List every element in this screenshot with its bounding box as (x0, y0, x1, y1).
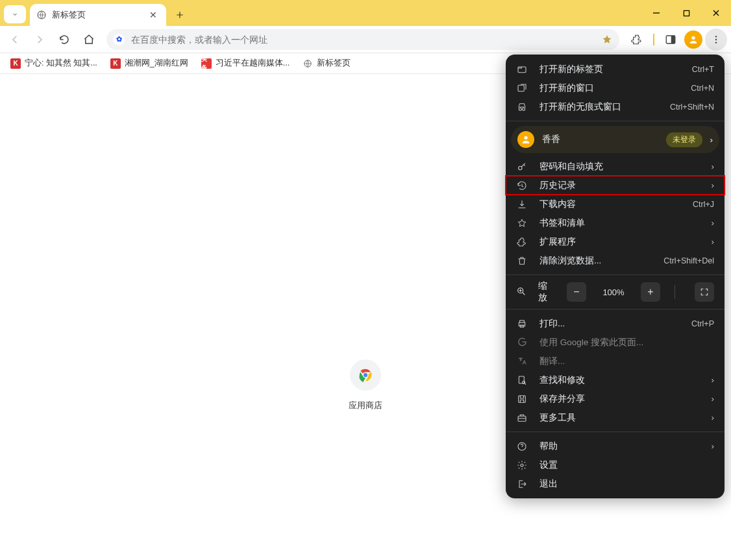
menu-print[interactable]: 打印... Ctrl+P (506, 314, 725, 333)
tab-label: 新标签页 (52, 10, 147, 21)
menu-label: 书签和清单 (539, 217, 696, 229)
close-window-button[interactable] (701, 0, 731, 26)
site-icon: K (110, 58, 121, 69)
svg-point-17 (519, 166, 522, 169)
sidepanel-icon (665, 34, 676, 45)
zoom-out-button[interactable]: − (567, 282, 586, 302)
tab-newtab[interactable]: 新标签页 ✕ (30, 4, 166, 26)
svg-rect-13 (518, 85, 524, 91)
print-icon (516, 318, 528, 330)
fullscreen-button[interactable] (695, 282, 714, 302)
back-button[interactable] (4, 29, 26, 51)
svg-rect-23 (518, 416, 526, 421)
tab-icon (516, 64, 528, 75)
menu-settings[interactable]: 设置 (506, 456, 725, 474)
menu-profile[interactable]: 香香 未登录 › (511, 126, 719, 153)
puzzle-icon (516, 236, 528, 248)
menu-exit[interactable]: 退出 (506, 474, 725, 493)
toolbox-icon (516, 412, 528, 424)
menu-label: 下载内容 (539, 199, 681, 210)
globe-icon (36, 10, 47, 20)
chevron-down-icon (11, 10, 19, 18)
star-icon (516, 217, 528, 229)
menu-google-search: 使用 Google 搜索此页面... (506, 333, 725, 352)
menu-history[interactable]: 历史记录 › (506, 176, 725, 195)
chevron-right-icon: › (712, 441, 715, 451)
menu-downloads[interactable]: 下载内容 Ctrl+J (506, 195, 725, 213)
tab-search-button[interactable] (4, 5, 26, 23)
maximize-button[interactable] (671, 0, 701, 26)
minimize-button[interactable] (641, 0, 671, 26)
profile-name: 香香 (542, 134, 658, 145)
menu-new-tab[interactable]: 打开新的标签页 Ctrl+T (506, 60, 725, 79)
sidepanel-button[interactable] (660, 29, 682, 51)
reload-button[interactable] (53, 29, 75, 51)
person-icon (688, 34, 699, 45)
trash-icon (516, 255, 528, 267)
bookmark-item-4[interactable]: 新标签页 (297, 56, 356, 71)
url-input[interactable] (131, 34, 601, 45)
forward-button[interactable] (29, 29, 51, 51)
key-icon (516, 161, 528, 173)
document-search-icon (516, 374, 528, 386)
save-icon (516, 393, 528, 405)
menu-more-tools[interactable]: 更多工具 › (506, 408, 725, 427)
exit-icon (516, 478, 528, 490)
reload-icon (58, 34, 70, 45)
chrome-icon (358, 368, 373, 382)
menu-label: 更多工具 (539, 412, 696, 424)
menu-label: 查找和修改 (539, 374, 696, 386)
menu-shortcut: Ctrl+J (693, 200, 714, 209)
webstore-tile[interactable]: 应用商店 (349, 359, 382, 411)
chevron-right-icon: › (712, 162, 715, 171)
tile-label: 应用商店 (349, 400, 382, 411)
menu-label: 历史记录 (539, 180, 696, 191)
menu-button[interactable] (705, 29, 727, 51)
address-bar[interactable]: ✿ (106, 29, 619, 50)
tab-close-button[interactable]: ✕ (147, 10, 160, 20)
bookmark-item-1[interactable]: K宁心: 知其然 知其... (5, 56, 103, 71)
download-icon (516, 199, 528, 210)
separator (675, 285, 675, 299)
zoom-in-button[interactable]: + (641, 282, 660, 302)
menu-label: 翻译... (539, 356, 714, 367)
menu-new-window[interactable]: 打开新的窗口 Ctrl+N (506, 79, 725, 97)
home-icon (83, 34, 95, 45)
menu-shortcut: Ctrl+T (692, 65, 714, 74)
menu-shortcut: Ctrl+Shift+N (670, 103, 714, 112)
svg-point-16 (524, 136, 527, 140)
menu-save-share[interactable]: 保存并分享 › (506, 389, 725, 408)
menu-extensions[interactable]: 扩展程序 › (506, 232, 725, 251)
bookmark-item-2[interactable]: K湘潮网_湖南红网 (105, 56, 193, 71)
menu-shortcut: Ctrl+Shift+Del (663, 256, 714, 265)
svg-point-25 (521, 464, 523, 467)
arrow-right-icon (34, 34, 45, 45)
menu-passwords[interactable]: 密码和自动填充 › (506, 157, 725, 176)
menu-label: 打开新的窗口 (539, 82, 679, 94)
svg-rect-1 (684, 10, 689, 16)
main-menu: 打开新的标签页 Ctrl+T 打开新的窗口 Ctrl+N 打开新的无痕式窗口 C… (506, 55, 725, 498)
svg-rect-12 (518, 67, 526, 73)
browser-window: 新标签页 ✕ ✿ K宁心: 知其然 知其... K湘潮网_湖南红网 头条习近平在… (0, 0, 731, 560)
menu-label: 设置 (539, 459, 714, 471)
menu-bookmarks[interactable]: 书签和清单 › (506, 213, 725, 232)
svg-point-7 (715, 42, 717, 43)
history-icon (516, 180, 528, 191)
bookmark-star-icon[interactable] (601, 34, 613, 45)
menu-clear-data[interactable]: 清除浏览数据... Ctrl+Shift+Del (506, 251, 725, 270)
menu-label: 退出 (539, 478, 714, 490)
profile-button[interactable] (684, 30, 702, 49)
menu-help[interactable]: 帮助 › (506, 437, 725, 456)
extensions-button[interactable] (626, 29, 648, 51)
menu-label: 密码和自动填充 (539, 161, 696, 173)
chevron-right-icon: › (712, 218, 715, 228)
chevron-right-icon: › (712, 180, 715, 190)
menu-label: 打印... (539, 318, 680, 330)
zoom-icon (516, 286, 527, 298)
home-button[interactable] (78, 29, 100, 51)
bookmark-item-3[interactable]: 头条习近平在越南媒体... (196, 56, 295, 71)
window-icon (516, 82, 528, 94)
menu-incognito[interactable]: 打开新的无痕式窗口 Ctrl+Shift+N (506, 97, 725, 116)
new-tab-button[interactable] (170, 5, 190, 25)
menu-find[interactable]: 查找和修改 › (506, 371, 725, 389)
